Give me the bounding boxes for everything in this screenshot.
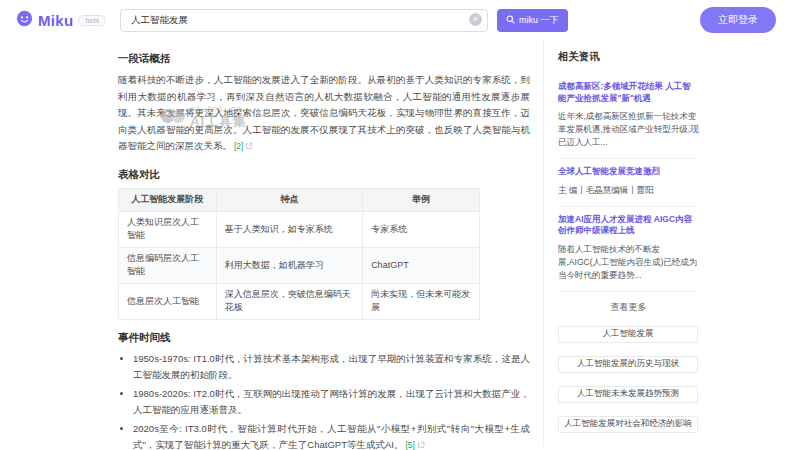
news-heading: 相关资讯 <box>558 50 699 64</box>
news-description: 主 编丨毛晶慧编辑丨曹阳 <box>558 184 699 197</box>
external-link-icon[interactable] <box>417 438 425 450</box>
table-row: 信息层次人工智能 深入信息层次，突破信息编码天花板 尚未实现，但未来可能发展 <box>119 283 480 319</box>
news-item: 成都高新区:多领域开花结果 人工智能产业抢抓发展"新"机遇 近年来,成都高新区抢… <box>558 74 699 159</box>
login-button[interactable]: 立即登录 <box>700 7 776 33</box>
timeline-list: 1950s-1970s: IT1.0时代，计算技术基本架构形成，出现了早期的计算… <box>118 351 530 450</box>
news-title-link[interactable]: 加速AI应用人才发展进程 AIGC内容创作师中级课程上线 <box>558 214 699 237</box>
table-header-cell: 举例 <box>363 188 480 211</box>
citation-link[interactable]: [5] <box>405 440 414 450</box>
related-search-button[interactable]: 人工智能未来发展趋势预测 <box>558 386 698 403</box>
table-cell: 信息层次人工智能 <box>119 283 217 319</box>
related-search-button[interactable]: 人工智能发展对社会和经济的影响 <box>558 416 698 433</box>
summary-heading: 一段话概括 <box>118 52 530 66</box>
logo-text: Miku <box>38 12 73 29</box>
news-description: 近年来,成都高新区抢抓新一轮技术变革发展机遇,推动区域产业转型升级,现已迈入人工… <box>558 110 699 149</box>
miku-logo-icon <box>16 10 33 31</box>
beta-badge: beta <box>78 15 106 26</box>
news-item: 加速AI应用人才发展进程 AIGC内容创作师中级课程上线 随着人工智能技术的不断… <box>558 207 699 292</box>
timeline-item: 1950s-1970s: IT1.0时代，计算技术基本架构形成，出现了早期的计算… <box>133 351 530 383</box>
related-search-button[interactable]: 人工智能发展 <box>558 326 698 343</box>
table-header-cell: 人工智能发展阶段 <box>119 188 217 211</box>
table-cell: 深入信息层次，突破信息编码天花板 <box>216 283 362 319</box>
timeline-heading: 事件时间线 <box>118 331 530 345</box>
table-cell: ChatGPT <box>363 247 480 283</box>
table-header-row: 人工智能发展阶段 特点 举例 <box>119 188 480 211</box>
clear-search-icon[interactable]: × <box>469 13 482 26</box>
table-cell: 尚未实现，但未来可能发展 <box>363 283 480 319</box>
table-cell: 基于人类知识，如专家系统 <box>216 211 362 247</box>
table-heading: 表格对比 <box>118 168 530 182</box>
view-more-button[interactable]: 查看更多 <box>558 292 699 326</box>
answer-panel: ai-bot.cn AI工具集 一段话概括 随着科技的不断进步，人工智能的发展进… <box>118 40 530 450</box>
top-bar: Miku beta × miku 一下 立即登录 <box>0 0 800 40</box>
summary-paragraph: 随着科技的不断进步，人工智能的发展进入了全新的阶段。从最初的基于人类知识的专家系… <box>118 72 530 156</box>
news-item: 全球人工智能发展竞速激烈 主 编丨毛晶慧编辑丨曹阳 <box>558 159 699 207</box>
content-area: ai-bot.cn AI工具集 一段话概括 随着科技的不断进步，人工智能的发展进… <box>0 40 800 450</box>
citation-link[interactable]: [2] <box>234 141 243 151</box>
related-news-panel: 相关资讯 成都高新区:多领域开花结果 人工智能产业抢抓发展"新"机遇 近年来,成… <box>543 40 699 446</box>
timeline-text: 1980s-2020s: IT2.0时代，互联网的出现推动了网络计算的发展，出现… <box>133 388 530 415</box>
table-header-cell: 特点 <box>216 188 362 211</box>
search-button[interactable]: miku 一下 <box>497 9 568 32</box>
table-cell: 专家系统 <box>363 211 480 247</box>
table-cell: 利用大数据，如机器学习 <box>216 247 362 283</box>
news-title-link[interactable]: 全球人工智能发展竞速激烈 <box>558 166 699 178</box>
timeline-item: 1980s-2020s: IT2.0时代，互联网的出现推动了网络计算的发展，出现… <box>133 386 530 418</box>
news-description: 随着人工智能技术的不断发展,AIGC(人工智能内容生成)已经成为当今时代的重要趋… <box>558 243 699 282</box>
news-title-link[interactable]: 成都高新区:多领域开花结果 人工智能产业抢抓发展"新"机遇 <box>558 81 699 104</box>
app-logo[interactable]: Miku beta <box>16 10 112 31</box>
table-cell: 人类知识层次人工智能 <box>119 211 217 247</box>
related-search-button[interactable]: 人工智能发展的历史与现状 <box>558 356 698 373</box>
timeline-item: 2020s至今: IT3.0时代，智能计算时代开始，人工智能从"小模型+判别式"… <box>133 421 530 450</box>
timeline-text: 2020s至今: IT3.0时代，智能计算时代开始，人工智能从"小模型+判别式"… <box>133 423 530 450</box>
table-cell: 信息编码层次人工智能 <box>119 247 217 283</box>
search-box: × <box>120 9 488 32</box>
summary-text: 随着科技的不断进步，人工智能的发展进入了全新的阶段。从最初的基于人类知识的专家系… <box>118 74 530 151</box>
table-row: 信息编码层次人工智能 利用大数据，如机器学习 ChatGPT <box>119 247 480 283</box>
table-row: 人类知识层次人工智能 基于人类知识，如专家系统 专家系统 <box>119 211 480 247</box>
search-input[interactable] <box>120 9 488 32</box>
timeline-text: 1950s-1970s: IT1.0时代，计算技术基本架构形成，出现了早期的计算… <box>133 353 530 380</box>
search-icon <box>506 15 515 26</box>
search-button-label: miku 一下 <box>519 14 559 27</box>
comparison-table: 人工智能发展阶段 特点 举例 人类知识层次人工智能 基于人类知识，如专家系统 专… <box>118 188 480 320</box>
external-link-icon[interactable] <box>245 139 253 156</box>
